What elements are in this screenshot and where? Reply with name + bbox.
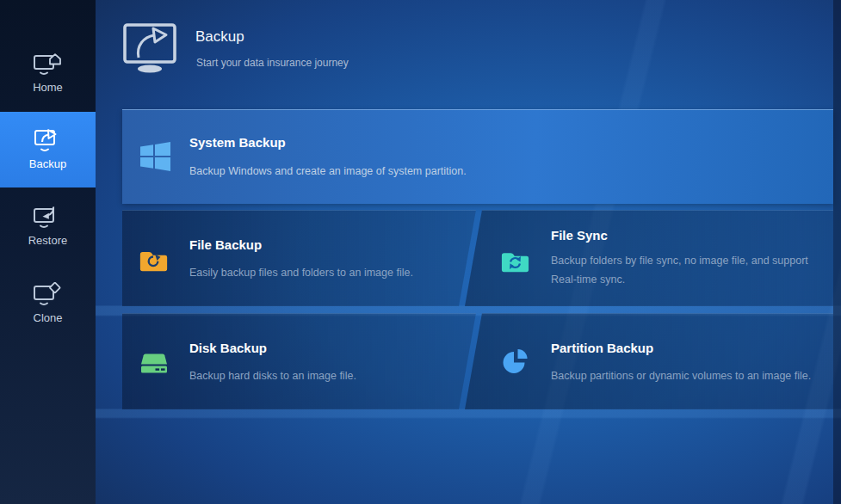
monitor-home-icon [33,52,62,79]
file-backup-card[interactable]: File Backup Easily backup files and fold… [122,210,476,306]
card-description: Easily backup files and folders to an im… [189,263,413,282]
sidebar-item-label: Home [0,81,96,94]
folder-sync-icon [499,248,531,277]
backup-page-icon [122,22,179,76]
monitor-clone-icon [33,282,62,310]
right-edge-strip [833,0,841,504]
card-title: Disk Backup [189,341,267,355]
sidebar-item-label: Restore [0,234,96,247]
card-title: File Sync [551,228,608,243]
disk-backup-card[interactable]: Disk Backup Backup hard disks to an imag… [122,313,476,409]
sidebar-item-label: Backup [0,157,96,170]
file-sync-card[interactable]: File Sync Backup folders by file sync, n… [465,210,833,306]
hard-disk-icon [138,348,170,378]
monitor-share-icon [33,127,62,155]
folder-refresh-icon [138,245,170,276]
partition-backup-card[interactable]: Partition Backup Backup partitions or dy… [465,313,833,409]
sidebar-item-home[interactable]: Home [0,38,96,114]
system-backup-card[interactable]: System Backup Backup Windows and create … [122,109,833,204]
pie-chart-icon [499,346,532,378]
page-subtitle: Start your data insurance journey [196,57,349,69]
card-description: Backup folders by file sync, no image fi… [551,251,828,289]
monitor-restore-icon [33,205,62,232]
main-content: Backup Start your data insurance journey… [96,0,841,504]
card-title: System Backup [189,135,286,150]
page-title: Backup [195,28,244,46]
app-window: Backup Start your data insurance journey… [0,0,841,504]
sidebar-item-label: Clone [0,311,96,324]
card-description: Backup hard disks to an image file. [189,366,356,385]
card-description: Backup partitions or dynamic volumes to … [551,366,841,385]
card-title: Partition Backup [551,341,653,355]
card-description: Backup Windows and create an image of sy… [189,162,467,181]
sidebar-item-restore[interactable]: Restore [0,191,96,267]
windows-logo-icon [138,139,172,174]
card-title: File Backup [189,237,262,252]
sidebar-item-clone[interactable]: Clone [0,268,96,344]
sidebar-item-backup[interactable]: Backup [0,112,96,187]
sidebar: Home Backup Re [0,0,96,504]
